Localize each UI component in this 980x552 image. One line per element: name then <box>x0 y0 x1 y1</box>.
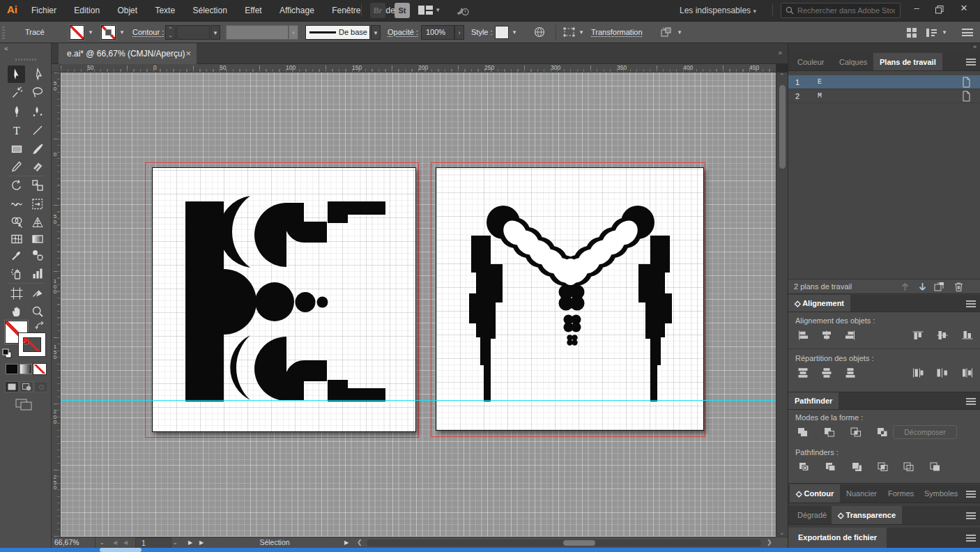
artboard-row-M[interactable]: 2 M <box>788 89 980 103</box>
panel-menu-icon[interactable] <box>966 535 976 542</box>
collapse-panel-icon[interactable]: « <box>4 45 8 52</box>
artboard-M[interactable] <box>436 167 704 431</box>
panel-menu-icon[interactable] <box>966 491 976 498</box>
distribute-center-h-icon[interactable] <box>935 367 950 379</box>
horizontal-scroll-thumb[interactable] <box>563 540 595 546</box>
tab-calques[interactable]: Calques <box>833 53 873 70</box>
align-to-chevron-icon[interactable]: ▾ <box>675 25 684 40</box>
tab-contour[interactable]: ◇ Contour <box>790 484 840 503</box>
tool-eraser[interactable] <box>29 158 46 175</box>
tool-hand[interactable] <box>8 302 25 320</box>
canvas[interactable] <box>61 72 776 537</box>
distribute-right-icon[interactable] <box>960 367 975 379</box>
tab-transparence[interactable]: ◇ Transparence <box>832 506 902 524</box>
minus-front-icon[interactable] <box>822 426 837 438</box>
collapse-diamond-icon[interactable]: ◇ <box>838 511 843 519</box>
stroke-weight-chevron-icon[interactable]: ▾ <box>210 25 220 40</box>
expand-dock-icon[interactable]: » <box>973 43 977 50</box>
tab-close-icon[interactable]: × <box>185 43 191 64</box>
hscroll-right-icon[interactable]: ❯ <box>767 537 772 549</box>
tool-artboard[interactable] <box>8 284 25 302</box>
panel-menu-icon[interactable] <box>966 398 976 405</box>
search-input[interactable] <box>797 6 895 15</box>
tool-eyedropper[interactable] <box>8 246 25 263</box>
stroke-weight-field[interactable] <box>176 25 210 40</box>
stroke-proxy-swatch[interactable] <box>19 333 45 356</box>
artboard-row-name[interactable]: M <box>818 89 822 103</box>
next-artboard-icon[interactable]: ▶ <box>188 537 192 549</box>
crop-icon[interactable] <box>875 461 891 473</box>
menu-selection[interactable]: Sélection <box>185 0 234 21</box>
vertical-scrollbar[interactable]: ⌃ ⌄ <box>776 72 788 537</box>
gradient-button[interactable] <box>20 364 32 374</box>
align-center-h-icon[interactable] <box>819 329 834 342</box>
artboard-number-field[interactable]: 1 <box>135 537 171 549</box>
align-middle-v-icon[interactable] <box>935 329 950 342</box>
contour-label[interactable]: Contour : <box>132 22 164 43</box>
opacity-field[interactable]: 100% <box>421 25 454 40</box>
horizontal-guide[interactable] <box>61 400 776 401</box>
fill-color-swatch[interactable] <box>70 25 84 40</box>
stock-search[interactable] <box>781 3 901 18</box>
tab-formes[interactable]: Formes <box>882 484 920 503</box>
page-icon[interactable] <box>962 91 971 106</box>
menu-fenetre[interactable]: Fenêtre <box>324 0 368 21</box>
tab-pathfinder[interactable]: Pathfinder <box>788 392 839 409</box>
distribute-bottom-icon[interactable] <box>843 367 858 379</box>
distribute-center-v-icon[interactable] <box>819 367 834 379</box>
align-right-icon[interactable] <box>843 329 858 342</box>
trim-icon[interactable] <box>823 461 839 473</box>
align-to-icon[interactable] <box>659 26 673 40</box>
minimize-button[interactable]: – <box>906 0 927 17</box>
collapse-diamond-icon[interactable]: ◇ <box>795 299 800 307</box>
draw-behind-button[interactable] <box>20 381 33 392</box>
tab-couleur[interactable]: Couleur <box>791 53 831 70</box>
last-artboard-icon[interactable]: ▶ <box>199 537 204 549</box>
document-setup-icon[interactable] <box>534 26 546 40</box>
stroke-color-swatch[interactable] <box>101 25 116 40</box>
divide-icon[interactable] <box>797 461 812 473</box>
trash-icon[interactable] <box>954 282 964 293</box>
tool-rectangle[interactable] <box>8 140 25 158</box>
tool-blend[interactable] <box>29 246 46 263</box>
status-expand-icon[interactable]: ▶ <box>344 537 349 549</box>
tool-gradient[interactable] <box>29 230 46 247</box>
ruler-origin[interactable] <box>52 64 61 72</box>
tool-pen[interactable] <box>8 102 25 120</box>
arrange-icon[interactable] <box>906 27 917 40</box>
tab-plans-de-travail[interactable]: Plans de travail <box>873 53 942 70</box>
artboard-row-E[interactable]: 1 E <box>788 75 980 89</box>
tab-overflow-icon[interactable]: » <box>778 49 782 56</box>
close-button[interactable]: ✕ <box>954 0 974 17</box>
minus-back-icon[interactable] <box>928 461 943 473</box>
stroke-weight-stepper[interactable]: ⌃⌄ <box>165 25 176 40</box>
tool-selection[interactable] <box>8 66 25 83</box>
panel-menu-icon[interactable] <box>966 59 976 66</box>
tool-curvature[interactable] <box>29 102 46 120</box>
move-down-icon[interactable] <box>917 282 928 293</box>
tool-paintbrush[interactable] <box>29 140 46 158</box>
screen-mode-button[interactable] <box>15 399 33 414</box>
tool-free-transform[interactable] <box>29 195 46 213</box>
opacity-chevron-icon[interactable]: › <box>454 25 464 40</box>
tab-symboles[interactable]: Symboles <box>918 484 964 503</box>
tool-type[interactable]: T <box>8 121 25 139</box>
select-similar-chevron-icon[interactable]: ▾ <box>576 25 586 40</box>
artboard-row-name[interactable]: E <box>818 75 822 89</box>
transform-label[interactable]: Transformation <box>591 22 643 43</box>
tool-line-segment[interactable] <box>29 121 46 139</box>
new-artboard-icon[interactable] <box>933 282 944 293</box>
tab-alignement[interactable]: ◇ Alignement <box>788 295 850 312</box>
style-chevron-icon[interactable]: ▾ <box>510 25 519 40</box>
restore-button[interactable] <box>929 3 950 20</box>
merge-icon[interactable] <box>850 461 865 473</box>
tab-exportation[interactable]: Exportation de fichier <box>788 528 887 548</box>
intersect-icon[interactable] <box>848 426 864 438</box>
tool-scale[interactable] <box>29 176 46 194</box>
outline-icon[interactable] <box>901 461 917 473</box>
graphic-style-swatch[interactable] <box>495 26 509 39</box>
menu-texte[interactable]: Texte <box>147 0 183 21</box>
fill-chevron-icon[interactable]: ▾ <box>86 25 95 40</box>
draw-normal-button[interactable] <box>5 381 19 392</box>
scroll-down-icon[interactable]: ⌄ <box>779 529 785 536</box>
